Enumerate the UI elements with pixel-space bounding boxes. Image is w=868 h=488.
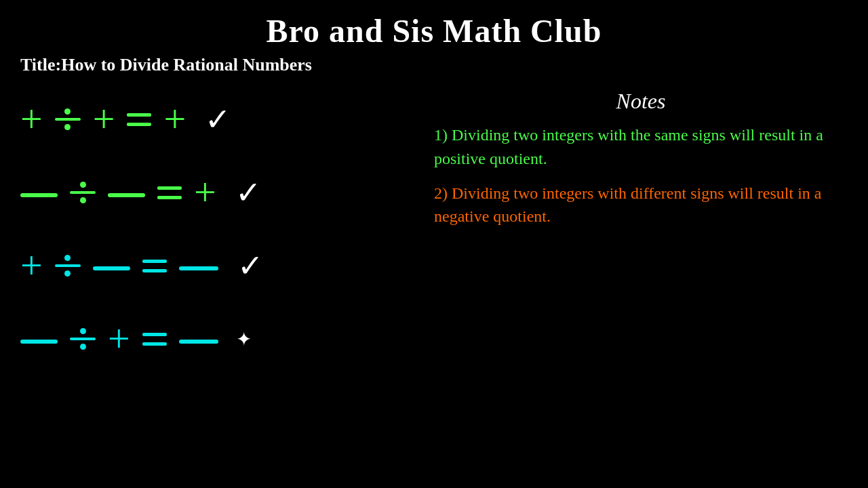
row2-check: ✓ [235,174,262,211]
row4-sign1 [20,325,58,352]
row3-sign1: + [20,248,43,283]
note-2: 2) Dividing two integers with different … [434,182,848,229]
math-examples: + + + ✓ [0,82,420,488]
row4-result [179,325,218,352]
row4-sign2: + [108,321,130,357]
row4-partial-dot: ✦ [236,328,252,350]
row1-result: + [163,102,186,137]
row2-sign2 [108,179,145,206]
row2-sign1 [20,179,58,206]
subtitle: Title:How to Divide Rational Numbers [0,49,868,75]
row3-equals [142,260,167,272]
row1-sign2: + [93,102,115,137]
row1-div [55,108,81,130]
row3-result [179,252,218,279]
row2-result: + [194,175,216,210]
math-row-4: + ✦ [20,308,407,369]
row1-equals [127,113,151,126]
notes-title: Notes [434,89,848,114]
subtitle-label: Title: [20,55,61,75]
subtitle-text: How to Divide Rational Numbers [61,55,312,75]
notes-panel: Notes 1) Dividing two integers with the … [420,82,868,488]
row1-check: ✓ [205,101,231,138]
row1-sign1: + [20,102,43,137]
row3-sign2 [93,252,130,279]
row3-check: ✓ [237,247,264,284]
row2-equals [157,186,182,199]
math-row-3: + ✓ [20,235,407,296]
math-row-1: + + + ✓ [20,89,407,150]
row2-div [70,182,96,203]
row3-div [55,255,81,277]
note-1: 1) Dividing two integers with the same s… [434,123,848,171]
row4-div [70,328,96,350]
main-title: Bro and Sis Math Club [0,0,868,49]
math-row-2: + ✓ [20,162,407,223]
row4-equals [142,333,167,346]
